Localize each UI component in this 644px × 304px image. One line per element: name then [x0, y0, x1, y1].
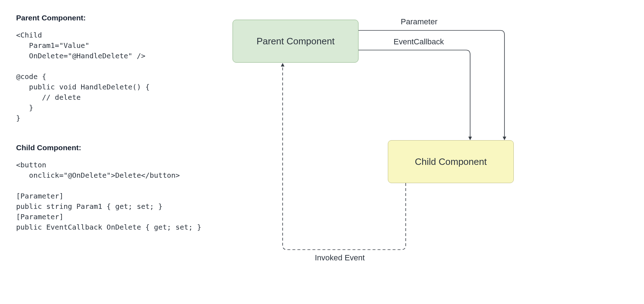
eventcallback-arrow-label: EventCallback: [394, 37, 444, 46]
parameter-arrow-label: Parameter: [401, 17, 438, 26]
invoked-event-arrow: [283, 64, 406, 250]
component-diagram: Parent Component Child Component Paramet…: [229, 11, 626, 283]
child-component-code: <button onclick="@OnDelete">Delete</butt…: [16, 160, 216, 232]
child-component-box: Child Component: [388, 140, 514, 183]
code-panel: Parent Component: <Child Param1="Value" …: [16, 14, 216, 232]
parent-component-box: Parent Component: [233, 20, 358, 63]
parent-component-heading: Parent Component:: [16, 14, 216, 22]
parent-box-label: Parent Component: [257, 36, 335, 47]
invoked-event-arrow-label: Invoked Event: [315, 253, 365, 263]
parent-component-code: <Child Param1="Value" OnDelete="@HandleD…: [16, 30, 216, 123]
eventcallback-arrow: [358, 50, 470, 139]
child-box-label: Child Component: [415, 156, 487, 167]
parameter-arrow: [358, 30, 504, 139]
child-component-heading: Child Component:: [16, 143, 216, 152]
